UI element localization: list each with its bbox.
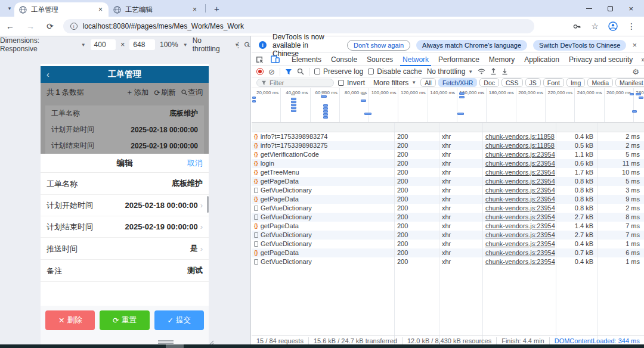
devtools-tab[interactable]: Application: [519, 53, 564, 66]
request-type-filter-chip[interactable]: All: [420, 78, 436, 87]
request-row[interactable]: GetVueDictionary 200 xhr chunk-vendors.j…: [252, 204, 644, 213]
request-initiator[interactable]: chunk-vendors.js:23954: [483, 177, 556, 186]
request-row[interactable]: {}getPageData 200 xhr chunk-vendors.js:2…: [252, 177, 644, 186]
request-initiator[interactable]: chunk-vendors.js:23954: [483, 159, 556, 168]
request-row[interactable]: {}login 200 xhr chunk-vendors.js:23954 0…: [252, 159, 644, 168]
form-row[interactable]: 计划开始时间 2025-02-18 00:00:00 ›: [41, 195, 209, 216]
filter-input[interactable]: [270, 79, 329, 86]
devtools-tab[interactable]: Network: [398, 53, 434, 66]
form-row[interactable]: 推送时间 是 ›: [41, 238, 209, 260]
device-width-input[interactable]: 400: [91, 39, 116, 50]
tab-close-icon[interactable]: ×: [97, 5, 104, 14]
refresh-button[interactable]: ⟳刷新: [154, 88, 176, 98]
request-type-filter-chip[interactable]: Manifest: [615, 78, 644, 87]
url-text[interactable]: localhost:8080/#/pages/mes/Mes_Work/Mes_…: [83, 22, 244, 30]
devtools-tab[interactable]: Privacy and security: [564, 53, 637, 66]
browser-menu-icon[interactable]: ⋮: [627, 21, 636, 31]
request-initiator[interactable]: chunk-vendors.js:23954: [483, 213, 556, 222]
infobar-close-icon[interactable]: ×: [632, 41, 637, 49]
clear-network-log-icon[interactable]: ⊘: [268, 67, 275, 76]
request-type-filter-chip[interactable]: Fetch/XHR: [438, 78, 477, 87]
add-button[interactable]: ＋添加: [126, 88, 149, 98]
more-tabs-icon[interactable]: »: [637, 55, 644, 64]
request-initiator[interactable]: chunk-vendors.js:23954: [483, 240, 556, 248]
network-settings-gear-icon[interactable]: ⚙: [632, 67, 639, 76]
work-order-card[interactable]: 工单名称 底板维护 计划开始时间 2025-02-18 00:00:00 计划结…: [45, 105, 204, 154]
request-initiator[interactable]: chunk-vendors.js:11858: [483, 132, 556, 141]
back-button[interactable]: ←: [0, 21, 20, 31]
request-initiator[interactable]: chunk-vendors.js:23954: [483, 195, 556, 204]
device-scrollbar[interactable]: [207, 196, 209, 213]
devtools-tab[interactable]: Sources: [362, 53, 398, 66]
request-row[interactable]: GetVueDictionary 200 xhr chunk-vendors.j…: [252, 240, 644, 248]
request-initiator[interactable]: chunk-vendors.js:23954: [483, 257, 556, 266]
form-row[interactable]: 计划结束时间 2025-02-19 00:00:00 ›: [41, 216, 209, 238]
request-row[interactable]: {}getTreeMenu 200 xhr chunk-vendors.js:2…: [252, 168, 644, 177]
devtools-tab[interactable]: Memory: [484, 53, 519, 66]
request-row[interactable]: GetVueDictionary 200 xhr chunk-vendors.j…: [252, 213, 644, 222]
submit-button[interactable]: ✓提交: [154, 310, 204, 330]
request-row[interactable]: {}getPageData 200 xhr chunk-vendors.js:2…: [252, 248, 644, 257]
search-icon[interactable]: [297, 68, 304, 75]
request-row[interactable]: {}info?t=1753398983275 200 xhr chunk-ven…: [252, 141, 644, 150]
invert-checkbox[interactable]: Invert: [338, 79, 365, 87]
dont-show-again-button[interactable]: Don't show again: [347, 40, 410, 51]
more-filters-dropdown[interactable]: More filters▼: [373, 79, 416, 87]
password-key-icon[interactable]: [572, 22, 581, 31]
request-type-filter-chip[interactable]: JS: [525, 78, 541, 87]
rotate-device-icon[interactable]: ⟳: [242, 39, 252, 50]
form-row[interactable]: 备注 测试 ›: [41, 260, 209, 282]
forward-button[interactable]: →: [20, 21, 41, 31]
request-type-filter-chip[interactable]: Media: [587, 78, 613, 87]
minimize-button[interactable]: [586, 8, 592, 9]
close-button[interactable]: ×: [628, 4, 633, 13]
request-initiator[interactable]: chunk-vendors.js:23954: [483, 168, 556, 177]
query-button[interactable]: 查询: [181, 88, 203, 98]
request-initiator[interactable]: chunk-vendors.js:23954: [483, 248, 556, 257]
request-type-filter-chip[interactable]: Doc: [479, 78, 499, 87]
device-toolbar-toggle-icon[interactable]: [267, 55, 283, 63]
import-har-icon[interactable]: [490, 68, 497, 75]
horizontal-scrollbar[interactable]: [0, 344, 644, 348]
tab-close-icon[interactable]: ×: [191, 5, 198, 14]
network-overview-timeline[interactable]: 20,000 ms40,000 ms60,000 ms80,000 ms100,…: [252, 88, 644, 123]
request-initiator[interactable]: chunk-vendors.js:23954: [483, 186, 556, 195]
form-row[interactable]: 工单名称 底板维护 ›: [41, 173, 209, 195]
request-row[interactable]: GetVueDictionary 200 xhr chunk-vendors.j…: [252, 231, 644, 240]
devtools-tab[interactable]: Console: [326, 53, 362, 66]
new-tab-button[interactable]: +: [208, 4, 225, 14]
tab-search-icon[interactable]: ▾: [5, 4, 14, 13]
profile-avatar-icon[interactable]: [608, 21, 618, 31]
request-initiator[interactable]: chunk-vendors.js:23954: [483, 231, 556, 240]
column-header-size[interactable]: [556, 123, 598, 132]
reload-button[interactable]: ⟳: [41, 21, 60, 31]
request-row[interactable]: {}getPageData 200 xhr chunk-vendors.js:2…: [252, 222, 644, 231]
export-har-icon[interactable]: [501, 68, 508, 75]
filter-funnel-icon[interactable]: [285, 69, 292, 75]
inspect-element-icon[interactable]: [252, 55, 267, 64]
address-bar[interactable]: i localhost:8080/#/pages/mes/Mes_Work/Me…: [63, 19, 534, 33]
request-row[interactable]: {}info?t=1753398983274 200 xhr chunk-ven…: [252, 132, 644, 141]
request-row[interactable]: GetVueDictionary 200 xhr chunk-vendors.j…: [252, 186, 644, 195]
request-initiator[interactable]: chunk-vendors.js:23954: [483, 150, 556, 159]
match-language-button[interactable]: Always match Chrome's language: [416, 40, 527, 51]
column-header-initiator[interactable]: [483, 123, 556, 132]
browser-tab[interactable]: 工艺编辑 ×: [109, 2, 203, 17]
device-height-input[interactable]: 648: [129, 39, 155, 50]
column-header-name[interactable]: [252, 123, 395, 132]
throttling-dropdown[interactable]: No throttling▼: [427, 67, 473, 76]
zoom-select[interactable]: 100%: [160, 41, 178, 49]
scrollbar-thumb[interactable]: [166, 344, 184, 348]
request-type-filter-chip[interactable]: Font: [543, 78, 564, 87]
delete-button[interactable]: ✕删除: [45, 310, 95, 330]
request-row[interactable]: {}getPageData 200 xhr chunk-vendors.js:2…: [252, 195, 644, 204]
cancel-link[interactable]: 取消: [187, 158, 203, 169]
request-initiator[interactable]: chunk-vendors.js:23954: [483, 222, 556, 231]
request-row[interactable]: {}getVierificationCode 200 xhr chunk-ven…: [252, 150, 644, 159]
record-network-log-button[interactable]: [256, 68, 264, 75]
disable-cache-checkbox[interactable]: Disable cache: [368, 67, 422, 76]
preserve-log-checkbox[interactable]: Preserve log: [314, 67, 363, 76]
dimensions-select[interactable]: Dimensions: Responsive: [0, 36, 76, 53]
device-resize-handle[interactable]: [158, 340, 174, 344]
request-type-filter-chip[interactable]: CSS: [501, 78, 523, 87]
